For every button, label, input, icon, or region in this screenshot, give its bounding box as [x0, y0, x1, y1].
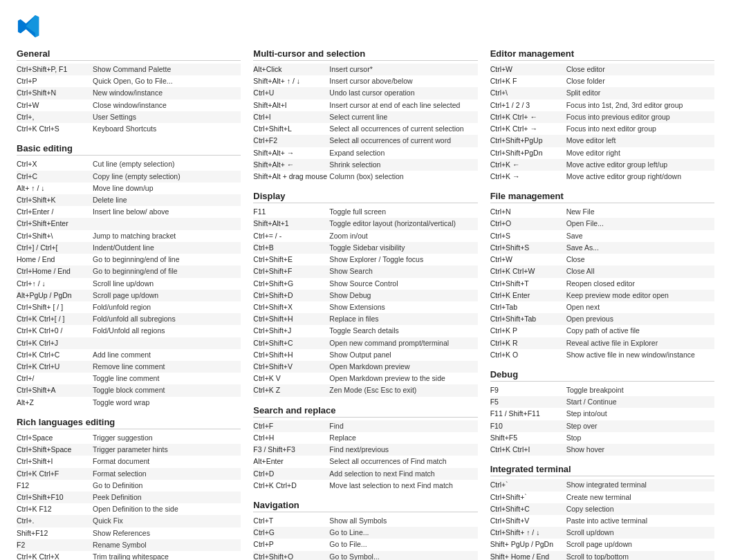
- shortcut-key: Ctrl+Shift+Enter: [17, 218, 93, 229]
- shortcut-desc: Reveal active file in Explorer: [566, 338, 714, 348]
- shortcut-desc: Close folder: [566, 76, 714, 86]
- shortcut-key: Alt+ ↑ / ↓: [17, 183, 93, 194]
- shortcut-key: Ctrl+Shift+K: [17, 195, 93, 205]
- shortcut-desc: Show Command Palette: [93, 64, 241, 75]
- shortcut-key: Shift+Alt+ ←: [253, 160, 329, 170]
- shortcut-row: Ctrl+/Toggle line comment: [17, 373, 241, 384]
- shortcut-key: Shift+Alt+1: [253, 218, 329, 229]
- shortcut-desc: Close window/instance: [93, 100, 241, 111]
- shortcut-desc: Show hover: [566, 445, 714, 455]
- shortcut-key: Ctrl+W: [490, 64, 566, 75]
- shortcut-row: Ctrl+K Ctrl+FFormat selection: [17, 468, 241, 480]
- shortcut-desc: Move editor left: [566, 136, 714, 146]
- shortcut-row: Ctrl+K OShow active file in new window/i…: [490, 349, 714, 361]
- shortcut-desc: Toggle Sidebar visibility: [329, 243, 477, 253]
- column-1: GeneralCtrl+Shift+P, F1Show Command Pale…: [17, 48, 253, 560]
- shortcut-row: Ctrl+Shift+F10Peek Definition: [17, 492, 241, 503]
- shortcut-key: Ctrl+Enter /: [17, 207, 93, 217]
- shortcut-key: Ctrl+F: [253, 421, 329, 431]
- shortcut-row: Ctrl+K Ctrl+WClose All: [490, 265, 714, 277]
- shortcut-key: Ctrl+O: [490, 218, 566, 229]
- shortcut-key: Ctrl+Shift+H: [253, 350, 329, 360]
- shortcut-desc: Insert cursor at end of each line select…: [329, 100, 477, 111]
- section-title: Integrated terminal: [490, 464, 714, 476]
- shortcut-key: Ctrl+Shift+G: [253, 279, 329, 289]
- shortcut-desc: Save As...: [566, 243, 714, 253]
- shortcut-row: Ctrl+K Ctrl+XTrim trailing whitespace: [17, 551, 241, 560]
- section-title: Display: [253, 191, 477, 203]
- shortcut-desc: Show active file in new window/instance: [566, 350, 714, 360]
- shortcut-desc: Show Extensions: [329, 302, 477, 312]
- shortcut-key: Ctrl+↑ / ↓: [17, 279, 93, 289]
- shortcut-key: Ctrl+D: [253, 469, 329, 479]
- shortcut-desc: Cut line (empty selection): [93, 159, 241, 169]
- shortcut-row: Ctrl+SpaceTrigger suggestion: [17, 432, 241, 444]
- shortcut-row: Ctrl+Shift+GShow Source Control: [253, 278, 477, 290]
- shortcut-desc: Add line comment: [93, 350, 241, 360]
- shortcut-desc: Focus into 1st, 2nd, 3rd editor group: [566, 100, 714, 111]
- shortcut-desc: Insert line below/ above: [93, 207, 241, 217]
- shortcut-row: Ctrl+.Quick Fix: [17, 515, 241, 527]
- shortcut-key: Ctrl+Shift+J: [253, 326, 329, 336]
- shortcut-row: Ctrl+UUndo last cursor operation: [253, 87, 477, 99]
- shortcut-row: Ctrl+CCopy line (empty selection): [17, 171, 241, 183]
- shortcut-row: Alt+ZToggle word wrap: [17, 397, 241, 409]
- shortcut-row: Ctrl+K Ctrl+[ / ]Fold/unfold all subregi…: [17, 313, 241, 325]
- shortcut-desc: Scroll line up/down: [93, 279, 241, 289]
- shortcut-desc: Format selection: [93, 469, 241, 479]
- shortcut-row: Ctrl+FFind: [253, 420, 477, 432]
- shortcut-desc: Column (box) selection: [329, 171, 477, 182]
- shortcut-key: Ctrl+K Ctrl+ →: [490, 124, 566, 134]
- shortcut-row: Ctrl+Shift+TReopen closed editor: [490, 278, 714, 290]
- shortcut-key: Ctrl+K Ctrl+ ←: [490, 112, 566, 122]
- shortcut-row: Ctrl+K F12Open Definition to the side: [17, 503, 241, 515]
- shortcut-key: Ctrl+H: [253, 433, 329, 443]
- shortcut-row: Ctrl+K PCopy path of active file: [490, 325, 714, 337]
- shortcut-desc: Quick Open, Go to File...: [93, 76, 241, 86]
- shortcut-row: Ctrl+K FClose folder: [490, 75, 714, 87]
- shortcut-key: F2: [17, 540, 93, 550]
- shortcut-row: Ctrl+K VOpen Markdown preview to the sid…: [253, 373, 477, 384]
- shortcut-key: Ctrl+Shift+O: [253, 552, 329, 560]
- vscode-logo-icon: [17, 14, 41, 39]
- section-title: Search and replace: [253, 405, 477, 418]
- shortcut-desc: Trigger parameter hints: [93, 445, 241, 455]
- section-title: Debug: [490, 369, 714, 382]
- shortcut-desc: Move active editor group left/up: [566, 160, 714, 170]
- shortcut-key: Ctrl+Shift+I: [17, 456, 93, 467]
- shortcut-row: Ctrl+`Show integrated terminal: [490, 479, 714, 491]
- shortcut-row: Shift+ PgUp / PgDnScroll page up/down: [490, 539, 714, 550]
- shortcut-desc: Find next/previous: [329, 445, 477, 455]
- shortcut-key: F3 / Shift+F3: [253, 445, 329, 455]
- shortcut-row: Ctrl+K RReveal active file in Explorer: [490, 337, 714, 349]
- shortcut-key: Ctrl+Shift+S: [490, 243, 566, 253]
- shortcut-row: Ctrl+K Ctrl+CAdd line comment: [17, 349, 241, 361]
- shortcut-row: Ctrl+Shift+COpen new command prompt/term…: [253, 337, 477, 349]
- shortcut-row: Ctrl+WClose editor: [490, 64, 714, 75]
- shortcut-row: Ctrl+,User Settings: [17, 111, 241, 123]
- shortcut-row: Shift+Alt + drag mouseColumn (box) selec…: [253, 171, 477, 183]
- shortcut-desc: Step over: [566, 421, 714, 431]
- shortcut-desc: Show Search: [329, 266, 477, 277]
- shortcut-key: Ctrl+B: [253, 243, 329, 253]
- shortcut-row: Ctrl+Shift+JToggle Search details: [253, 325, 477, 337]
- shortcut-key: Shift+Alt+ →: [253, 148, 329, 158]
- shortcut-key: Shift+Alt+I: [253, 100, 329, 111]
- shortcut-row: Ctrl+K ZZen Mode (Esc Esc to exit): [253, 384, 477, 396]
- shortcut-desc: Go to beginning/end of line: [93, 254, 241, 265]
- shortcut-key: F11: [253, 207, 329, 217]
- shortcut-desc: Open Definition to the side: [93, 504, 241, 514]
- shortcut-desc: Toggle Search details: [329, 326, 477, 336]
- shortcut-desc: Keep preview mode editor open: [566, 290, 714, 301]
- shortcut-row: Ctrl+WClose: [490, 254, 714, 265]
- shortcut-desc: Toggle word wrap: [93, 398, 241, 408]
- shortcut-key: Ctrl+K Ctrl+C: [17, 350, 93, 360]
- shortcut-row: Ctrl+PGo to File...: [253, 539, 477, 550]
- shortcut-desc: Open Markdown preview to the side: [329, 373, 477, 384]
- shortcut-row: Ctrl+Shift+ [ / ]Fold/unfold region: [17, 301, 241, 313]
- shortcut-row: Ctrl+Shift+EShow Explorer / Toggle focus: [253, 254, 477, 265]
- shortcut-key: Ctrl+Shift+`: [490, 492, 566, 503]
- shortcut-key: Ctrl+Shift+A: [17, 385, 93, 395]
- shortcut-key: Ctrl+U: [253, 88, 329, 98]
- shortcut-desc: Copy selection: [566, 504, 714, 514]
